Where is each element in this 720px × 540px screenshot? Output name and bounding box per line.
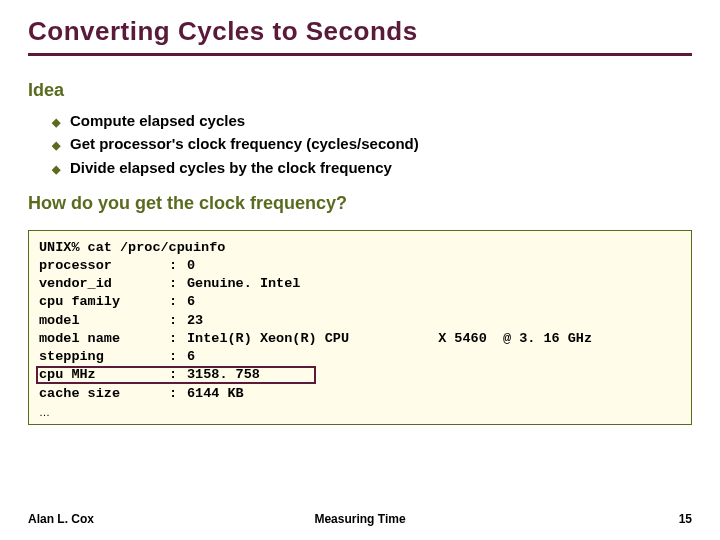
code-colon: : xyxy=(169,330,187,348)
code-ellipsis: … xyxy=(39,403,681,420)
code-val: 23 xyxy=(187,312,681,330)
code-colon: : xyxy=(169,293,187,311)
code-row: stepping : 6 xyxy=(39,348,681,366)
footer-page-number: 15 xyxy=(679,512,692,526)
code-colon: : xyxy=(169,385,187,403)
code-key: cpu family xyxy=(39,293,169,311)
code-colon: : xyxy=(169,366,187,384)
code-key: cpu MHz xyxy=(39,366,169,384)
bullet-text: Get processor's clock frequency (cycles/… xyxy=(70,132,419,155)
code-row: model : 23 xyxy=(39,312,681,330)
bullet-list: ◆ Compute elapsed cycles ◆ Get processor… xyxy=(52,109,692,179)
code-val: 6144 KB xyxy=(187,385,681,403)
slide-title: Converting Cycles to Seconds xyxy=(28,16,692,53)
slide-footer: Alan L. Cox Measuring Time 15 xyxy=(28,512,692,526)
footer-author: Alan L. Cox xyxy=(28,512,94,526)
code-row: model name : Intel(R) Xeon(R) CPU X 5460… xyxy=(39,330,681,348)
bullet-text: Compute elapsed cycles xyxy=(70,109,245,132)
code-val: Intel(R) Xeon(R) CPU X 5460 @ 3. 16 GHz xyxy=(187,330,681,348)
code-row: cache size : 6144 KB xyxy=(39,385,681,403)
code-colon: : xyxy=(169,275,187,293)
code-key: vendor_id xyxy=(39,275,169,293)
footer-title: Measuring Time xyxy=(314,512,405,526)
section-question: How do you get the clock frequency? xyxy=(28,193,692,214)
code-row: cpu MHz : 3158. 758 xyxy=(39,366,681,384)
bullet-text: Divide elapsed cycles by the clock frequ… xyxy=(70,156,392,179)
code-val: 0 xyxy=(187,257,681,275)
section-idea: Idea xyxy=(28,80,692,101)
code-key: stepping xyxy=(39,348,169,366)
bullet-icon: ◆ xyxy=(52,161,60,178)
code-val: 6 xyxy=(187,293,681,311)
code-key: cache size xyxy=(39,385,169,403)
code-val: Genuine. Intel xyxy=(187,275,681,293)
code-row: processor : 0 xyxy=(39,257,681,275)
code-colon: : xyxy=(169,348,187,366)
code-val: 3158. 758 xyxy=(187,366,681,384)
code-colon: : xyxy=(169,312,187,330)
code-row: cpu family : 6 xyxy=(39,293,681,311)
code-key: processor xyxy=(39,257,169,275)
code-colon: : xyxy=(169,257,187,275)
code-key: model name xyxy=(39,330,169,348)
code-val: 6 xyxy=(187,348,681,366)
code-key: model xyxy=(39,312,169,330)
bullet-item: ◆ Divide elapsed cycles by the clock fre… xyxy=(52,156,692,179)
code-block: UNIX% cat /proc/cpuinfo processor : 0 ve… xyxy=(28,230,692,425)
bullet-item: ◆ Compute elapsed cycles xyxy=(52,109,692,132)
bullet-icon: ◆ xyxy=(52,114,60,131)
bullet-icon: ◆ xyxy=(52,137,60,154)
title-underline xyxy=(28,53,692,56)
code-command: UNIX% cat /proc/cpuinfo xyxy=(39,239,681,257)
bullet-item: ◆ Get processor's clock frequency (cycle… xyxy=(52,132,692,155)
code-row: vendor_id : Genuine. Intel xyxy=(39,275,681,293)
